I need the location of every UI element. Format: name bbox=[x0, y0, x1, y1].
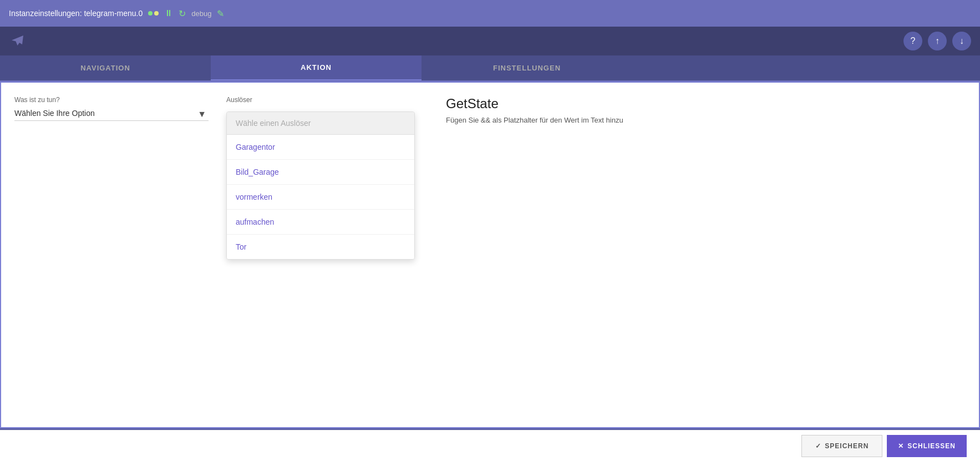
middle-column: Auslöser Wähle einen Auslöser Garagentor… bbox=[226, 96, 415, 427]
refresh-icon[interactable]: ↻ bbox=[179, 8, 186, 19]
close-x-icon: ✕ bbox=[898, 442, 904, 450]
main-content: Was ist zu tun? Wählen Sie Ihre Option ▼… bbox=[0, 82, 980, 428]
download-button[interactable]: ↓ bbox=[952, 32, 971, 50]
tab-aktion[interactable]: AKTION bbox=[211, 55, 422, 80]
upload-icon: ↑ bbox=[935, 36, 940, 46]
debug-label: debug bbox=[191, 9, 211, 18]
status-dot-green bbox=[148, 11, 153, 16]
select-wrapper: Wählen Sie Ihre Option ▼ bbox=[14, 108, 209, 121]
second-bar: ? ↑ ↓ bbox=[0, 27, 980, 55]
app-title: Instanzeinstellungen: telegram-menu.0 bbox=[9, 9, 143, 18]
dropdown-item-garagentor[interactable]: Garagentor bbox=[227, 135, 414, 160]
upload-button[interactable]: ↑ bbox=[928, 32, 947, 50]
option-select[interactable]: Wählen Sie Ihre Option bbox=[14, 109, 209, 118]
telegram-icon bbox=[9, 32, 27, 50]
getstate-description: Fügen Sie && als Platzhalter für den Wer… bbox=[446, 116, 966, 124]
top-icons: ? ↑ ↓ bbox=[903, 32, 971, 50]
left-column: Was ist zu tun? Wählen Sie Ihre Option ▼ bbox=[14, 96, 209, 427]
save-label: SPEICHERN bbox=[825, 442, 869, 450]
dropdown-item-bild-garage[interactable]: Bild_Garage bbox=[227, 160, 414, 185]
download-icon: ↓ bbox=[959, 36, 964, 46]
pause-icon[interactable]: ⏸ bbox=[164, 8, 173, 18]
help-button[interactable]: ? bbox=[903, 32, 922, 50]
right-column: GetState Fügen Sie && als Platzhalter fü… bbox=[433, 96, 966, 427]
dropdown-item-tor[interactable]: Tor bbox=[227, 235, 414, 259]
content-body: Was ist zu tun? Wählen Sie Ihre Option ▼… bbox=[1, 83, 979, 427]
status-dots bbox=[148, 11, 159, 16]
dropdown-placeholder: Wähle einen Auslöser bbox=[227, 112, 414, 135]
tab-nav: NAVIGATION AKTION FINSTELLUNGEN bbox=[0, 55, 980, 82]
dropdown-item-aufmachen[interactable]: aufmachen bbox=[227, 210, 414, 235]
getstate-title: GetState bbox=[446, 96, 966, 112]
top-bar: Instanzeinstellungen: telegram-menu.0 ⏸ … bbox=[0, 0, 980, 27]
dropdown-container: Wähle einen Auslöser Garagentor Bild_Gar… bbox=[226, 112, 415, 260]
status-dot-yellow bbox=[154, 11, 159, 16]
help-icon: ? bbox=[911, 36, 916, 46]
bottom-bar: ✓ SPEICHERN ✕ SCHLIESSEN bbox=[0, 430, 980, 461]
tab-navigation[interactable]: NAVIGATION bbox=[0, 55, 211, 80]
ausloeser-label: Auslöser bbox=[226, 96, 415, 104]
save-button[interactable]: ✓ SPEICHERN bbox=[801, 435, 882, 457]
close-button[interactable]: ✕ SCHLIESSEN bbox=[887, 435, 967, 457]
tab-finstellungen[interactable]: FINSTELLUNGEN bbox=[422, 55, 632, 80]
what-to-do-label: Was ist zu tun? bbox=[14, 96, 209, 104]
close-label: SCHLIESSEN bbox=[907, 442, 956, 450]
check-icon: ✓ bbox=[815, 442, 821, 450]
edit-icon[interactable]: ✎ bbox=[217, 8, 224, 19]
dropdown-item-vormerken[interactable]: vormerken bbox=[227, 185, 414, 210]
